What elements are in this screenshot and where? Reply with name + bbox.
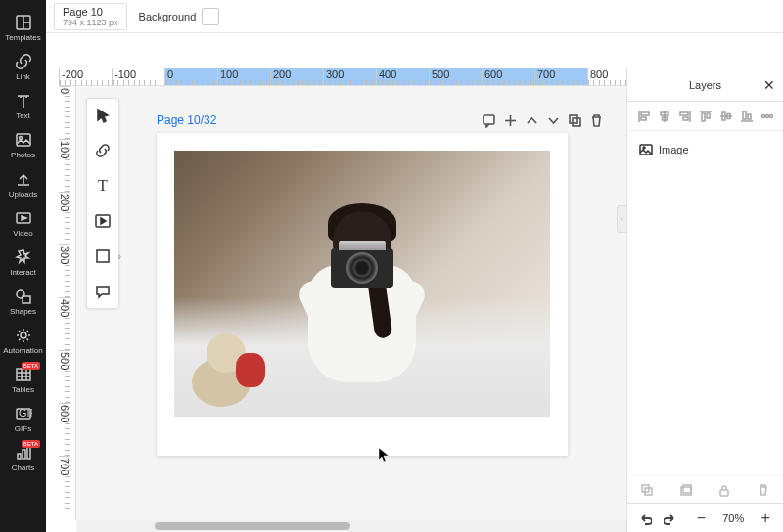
align-top-button[interactable] (699, 110, 713, 123)
page-move-up-button[interactable] (521, 110, 542, 131)
align-center-h-button[interactable] (658, 110, 671, 123)
align-left-button[interactable] (637, 110, 651, 123)
tool-link[interactable] (92, 140, 114, 161)
alignment-toolbar (627, 102, 783, 131)
background-control[interactable]: Background (139, 8, 220, 25)
page-title: Page 10 (63, 6, 118, 18)
page-dimensions: 794 x 1123 px (63, 18, 118, 27)
plus-icon (503, 113, 518, 128)
page-frame[interactable] (157, 133, 568, 456)
align-right-button[interactable] (678, 110, 692, 123)
redo-button[interactable] (661, 509, 680, 528)
layers-close-button[interactable]: ✕ (763, 77, 775, 93)
group-icon (679, 483, 693, 497)
zoom-out-button[interactable]: − (692, 509, 712, 528)
play-box-icon (95, 213, 111, 229)
duplicate-layer-icon (640, 483, 654, 497)
svg-rect-36 (702, 113, 705, 121)
page-duplicate-button[interactable] (564, 110, 585, 131)
rail-link[interactable]: Link (0, 47, 46, 86)
svg-rect-21 (484, 115, 494, 124)
page-comment-button[interactable] (478, 110, 499, 131)
distribute-icon (760, 110, 774, 123)
vertical-ruler: 0 100 200 300 400 500 600 700 (59, 86, 76, 520)
rail-shapes[interactable]: Shapes (0, 282, 46, 321)
svg-point-46 (769, 114, 772, 117)
page-move-down-button[interactable] (542, 110, 564, 131)
trash-icon (757, 483, 770, 497)
layer-label: Image (659, 144, 689, 155)
undo-button[interactable] (635, 509, 655, 528)
text-icon (15, 92, 32, 110)
svg-rect-25 (573, 118, 580, 126)
page-indicator[interactable]: Page 10/32 (157, 113, 216, 127)
svg-rect-17 (23, 450, 25, 459)
svg-point-45 (765, 114, 768, 117)
beta-badge: BETA (22, 362, 40, 370)
rail-video[interactable]: Video (0, 203, 46, 243)
svg-point-8 (21, 332, 26, 338)
page-add-button[interactable] (499, 110, 521, 131)
svg-rect-28 (641, 117, 646, 120)
templates-icon (15, 14, 32, 31)
floating-toolbox: T › (86, 98, 119, 309)
distribute-button[interactable] (760, 110, 774, 123)
layer-item[interactable]: Image (635, 139, 775, 160)
rail-automation[interactable]: Automation (0, 321, 46, 360)
layers-panel: Layers ✕ Image (626, 68, 783, 503)
tool-select[interactable] (92, 105, 114, 126)
top-bar: Page 10 794 x 1123 px Background (46, 0, 783, 33)
horizontal-scrollbar[interactable] (76, 520, 626, 532)
image-layer-icon (639, 143, 653, 156)
svg-rect-3 (17, 134, 30, 146)
align-bottom-button[interactable] (740, 110, 754, 123)
horizontal-ruler: -200 -100 0 100 200 300 400 500 600 700 … (59, 68, 626, 86)
panel-collapse-handle[interactable]: ‹ (617, 205, 626, 233)
redo-icon (664, 511, 677, 525)
rail-templates[interactable]: Templates (0, 8, 46, 47)
tool-media[interactable] (92, 210, 114, 232)
tool-comment[interactable] (92, 281, 114, 302)
scrollbar-thumb[interactable] (155, 522, 350, 530)
align-center-h-icon (658, 110, 671, 123)
svg-text:GIF: GIF (19, 407, 32, 419)
align-right-icon (678, 110, 692, 123)
rail-uploads[interactable]: Uploads (0, 164, 46, 203)
shapes-icon (15, 288, 32, 305)
left-navigation-rail: Templates Link Text Photos Uploads Video… (0, 0, 46, 532)
rail-text[interactable]: Text (0, 86, 46, 125)
rail-gifs[interactable]: GIF GIFs (0, 399, 46, 438)
rail-tables[interactable]: BETA Tables (0, 360, 46, 399)
svg-rect-34 (683, 117, 688, 120)
rail-photos[interactable]: Photos (0, 125, 46, 164)
layers-title: Layers (689, 79, 721, 91)
speech-icon (482, 113, 496, 128)
svg-rect-24 (570, 115, 577, 123)
background-swatch[interactable] (202, 8, 219, 25)
cursor-icon (95, 108, 111, 123)
image-detail-subject (289, 211, 436, 407)
page-delete-button[interactable] (585, 110, 607, 131)
svg-rect-52 (683, 485, 691, 493)
layers-footer-toolbar (627, 475, 783, 503)
mouse-cursor (379, 448, 391, 466)
page-info-dropdown[interactable]: Page 10 794 x 1123 px (54, 3, 127, 30)
rail-charts[interactable]: BETA Charts (0, 438, 46, 477)
zoom-level[interactable]: 70% (716, 512, 750, 524)
layers-panel-header: Layers ✕ (627, 68, 783, 102)
tool-text[interactable]: T (92, 175, 114, 197)
svg-point-6 (17, 290, 24, 298)
video-icon (15, 209, 32, 227)
background-label: Background (139, 11, 197, 22)
align-center-v-button[interactable] (719, 110, 733, 123)
tool-shape[interactable]: › (92, 245, 114, 267)
align-center-v-icon (719, 110, 733, 123)
chevron-down-icon (546, 113, 561, 128)
align-top-icon (699, 110, 713, 123)
align-bottom-icon (740, 110, 754, 123)
zoom-in-button[interactable]: + (756, 509, 775, 528)
canvas-image[interactable] (174, 151, 550, 417)
rail-interact[interactable]: Interact (0, 243, 46, 282)
svg-rect-33 (680, 112, 688, 115)
link-icon (95, 143, 111, 158)
